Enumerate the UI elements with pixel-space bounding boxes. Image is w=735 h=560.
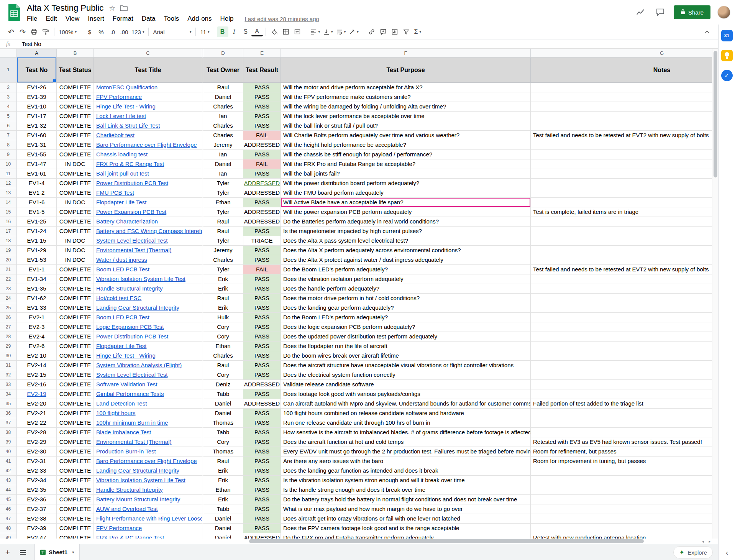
cell-test-owner[interactable]: Erik [203, 476, 243, 485]
cell-test-purpose[interactable]: Does aircraft get into crazy vibrations … [281, 514, 531, 524]
menu-data[interactable]: Data [138, 15, 160, 23]
row-number[interactable]: 36 [0, 409, 17, 418]
cell-test-title[interactable]: Baro Performance over Flight Envelope [94, 140, 203, 150]
row-number[interactable]: 44 [0, 485, 17, 495]
cell-test-owner[interactable]: Raul [203, 457, 243, 466]
cell-notes[interactable] [531, 476, 712, 485]
cell-test-no[interactable]: EV2-37 [17, 504, 57, 514]
cell-test-purpose[interactable]: Does the electrical system function corr… [281, 370, 531, 380]
cell-test-owner[interactable]: Raul [203, 361, 243, 370]
cell-test-title[interactable]: Battery Mount Structural Integrity [94, 495, 203, 504]
cell-test-result[interactable]: PASS [243, 476, 281, 485]
cell-test-title[interactable]: Flopdapter Life Test [94, 342, 203, 351]
cell-test-title[interactable]: Hot/cold test ESC [94, 294, 203, 303]
cell-notes[interactable] [531, 389, 712, 399]
cell-test-result[interactable]: PASS [243, 92, 281, 102]
cell-test-no[interactable]: EV1-4 [17, 179, 57, 188]
cell-test-no[interactable]: EV1-31 [17, 140, 57, 150]
cell-test-purpose[interactable]: Can aircraft autoland with Mpro and skyv… [281, 399, 531, 409]
column-header-c[interactable]: C [94, 49, 203, 57]
cell-test-purpose[interactable]: Does the landing gear function as intend… [281, 466, 531, 476]
cell-test-no[interactable]: EV2-31 [17, 457, 57, 466]
redo-button[interactable]: ↷ [17, 26, 28, 37]
menu-help[interactable]: Help [216, 15, 238, 23]
functions-dropdown[interactable]: Σ▾ [412, 26, 423, 37]
cell-test-result[interactable]: PASS [243, 102, 281, 112]
row-number[interactable]: 4 [0, 102, 17, 112]
row-number[interactable]: 27 [0, 322, 17, 332]
cell-test-result[interactable]: ADDRESSED [243, 179, 281, 188]
cell-test-no[interactable]: EV1-6 [17, 198, 57, 207]
cell-notes[interactable] [531, 198, 712, 207]
cell-test-owner[interactable]: Daniel [203, 399, 243, 409]
cell-test-title[interactable]: Blade Imbalance Test [94, 428, 203, 437]
cell-test-status[interactable]: COMPLETE [57, 437, 94, 447]
cell-test-result[interactable]: PASS [243, 389, 281, 399]
cell-test-owner[interactable]: Daniel [203, 533, 243, 539]
cell-test-title[interactable]: 100 flight hours [94, 409, 203, 418]
cell-test-owner[interactable]: Daniel [203, 159, 243, 169]
row-number[interactable]: 46 [0, 504, 17, 514]
cell-notes[interactable] [531, 409, 712, 418]
row-number[interactable]: 31 [0, 361, 17, 370]
cell-notes[interactable] [531, 322, 712, 332]
cell-test-purpose[interactable]: Will the height hold performance be acce… [281, 140, 531, 150]
cell-test-no[interactable]: EV1-24 [17, 227, 57, 236]
cell-test-owner[interactable]: Raul [203, 217, 243, 227]
horizontal-scrollbar[interactable]: ◂ ▸ [0, 539, 718, 544]
cell-test-result[interactable]: FAIL [243, 131, 281, 140]
cell-test-owner[interactable]: Charles [203, 102, 243, 112]
cell-test-result[interactable]: PASS [243, 418, 281, 428]
row-number[interactable]: 34 [0, 389, 17, 399]
cell-notes[interactable] [531, 504, 712, 514]
keep-icon[interactable] [721, 50, 733, 61]
cell-test-title[interactable]: Baro Performance over Flight Envelope [94, 457, 203, 466]
row-number[interactable]: 10 [0, 159, 17, 169]
cell-test-result[interactable]: PASS [243, 457, 281, 466]
cell-test-status[interactable]: COMPLETE [57, 476, 94, 485]
cell-test-no[interactable]: EV2-34 [17, 476, 57, 485]
cell-notes[interactable] [531, 495, 712, 504]
menu-tools[interactable]: Tools [160, 15, 184, 23]
cell-test-owner[interactable]: Ethan [203, 198, 243, 207]
cell-notes[interactable] [531, 217, 712, 227]
cell-test-title[interactable]: Gimbal Performance Tests [94, 389, 203, 399]
cell-test-status[interactable]: COMPLETE [57, 265, 94, 274]
cell-test-owner[interactable]: Daniel [203, 409, 243, 418]
cell-test-title[interactable]: Charliebolt test [94, 131, 203, 140]
filter-button[interactable] [400, 26, 412, 37]
explore-button[interactable]: ✦ Explore [673, 546, 713, 558]
cell-test-title[interactable]: AUW and Overload Test [94, 504, 203, 514]
cell-notes[interactable]: Test is complete, failed items are in tr… [531, 207, 712, 217]
sheet-tab-menu-icon[interactable]: ▾ [72, 550, 74, 554]
cell-test-status[interactable]: COMPLETE [57, 504, 94, 514]
cell-test-no[interactable]: EV2-19 [17, 389, 57, 399]
cell-test-owner[interactable]: Cory [203, 322, 243, 332]
borders-button[interactable] [280, 26, 292, 37]
cell-test-status[interactable]: COMPLETE [57, 457, 94, 466]
cell-test-no[interactable]: EV1-32 [17, 121, 57, 131]
cell-test-no[interactable]: EV1-2 [17, 188, 57, 198]
cell-notes[interactable] [531, 227, 712, 236]
account-avatar[interactable] [717, 6, 730, 19]
cell-test-owner[interactable]: Daniel [203, 524, 243, 533]
cell-notes[interactable] [531, 514, 712, 524]
cell-test-title[interactable]: Battery Characterization [94, 217, 203, 227]
cell-notes[interactable] [531, 303, 712, 313]
cell-test-owner[interactable]: Daniel [203, 514, 243, 524]
cell-test-purpose[interactable]: Do the battery trays hold the battery in… [281, 495, 531, 504]
cell-test-status[interactable]: COMPLETE [57, 131, 94, 140]
row-number[interactable]: 1 [0, 57, 17, 83]
cell-test-result[interactable]: PASS [243, 169, 281, 179]
row-number[interactable]: 22 [0, 274, 17, 284]
cell-test-no[interactable]: EV1-17 [17, 112, 57, 121]
bold-button[interactable]: B [217, 26, 228, 37]
cell-test-owner[interactable]: Ian [203, 150, 243, 159]
cell-test-result[interactable]: PASS [243, 303, 281, 313]
column-header-b[interactable]: B [57, 49, 94, 57]
cell-test-owner[interactable]: Ethan [203, 342, 243, 351]
cell-test-result[interactable]: PASS [243, 370, 281, 380]
increase-decimal-button[interactable]: .00 [118, 26, 130, 37]
cell-test-status[interactable]: COMPLETE [57, 169, 94, 179]
cell-test-status[interactable]: COMPLETE [57, 428, 94, 437]
